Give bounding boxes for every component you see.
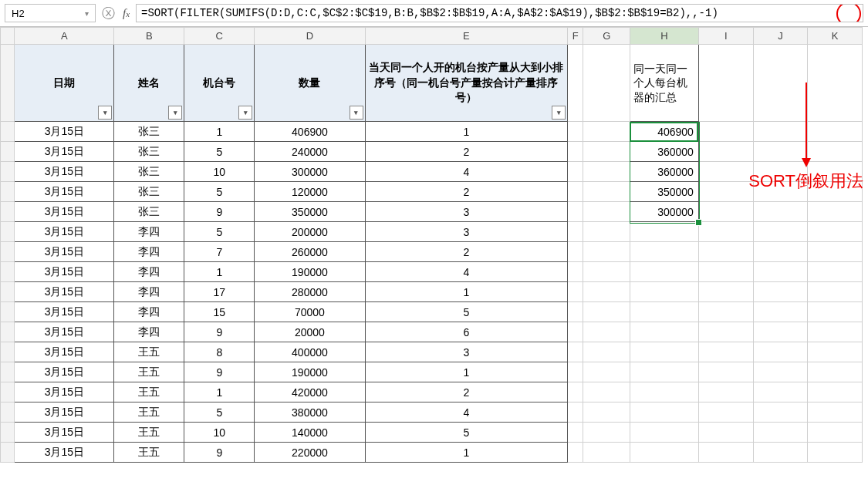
cell[interactable]: [568, 302, 583, 322]
cell-H12[interactable]: [630, 322, 698, 342]
cell[interactable]: 17: [184, 282, 255, 302]
cell-H4[interactable]: 360000: [630, 162, 698, 182]
cell[interactable]: 406900: [255, 122, 365, 142]
cell[interactable]: [808, 382, 863, 402]
cell[interactable]: [698, 382, 753, 402]
cell[interactable]: [583, 402, 630, 423]
filter-button[interactable]: ▾: [552, 106, 566, 120]
cell[interactable]: [583, 162, 630, 182]
cell[interactable]: 王五: [114, 423, 184, 443]
row-header[interactable]: [1, 162, 15, 182]
hdr-machine[interactable]: 机台号▾: [184, 45, 255, 122]
cell[interactable]: [753, 382, 808, 402]
cell[interactable]: [753, 302, 808, 322]
cell-H9[interactable]: [630, 262, 698, 282]
cell-H6[interactable]: 300000: [630, 202, 698, 222]
cell[interactable]: [698, 242, 753, 262]
cell[interactable]: 4: [365, 402, 568, 423]
cell[interactable]: [753, 202, 808, 222]
cell[interactable]: [753, 162, 808, 182]
cell[interactable]: [698, 443, 753, 463]
cancel-icon[interactable]: ⓧ: [102, 5, 115, 22]
cell[interactable]: 李四: [114, 302, 184, 322]
cell[interactable]: 5: [365, 302, 568, 322]
cell-H16[interactable]: [630, 402, 698, 423]
cell-H7[interactable]: [630, 222, 698, 242]
select-all-corner[interactable]: [1, 28, 15, 45]
cell[interactable]: [753, 342, 808, 362]
cell[interactable]: [583, 122, 630, 142]
row-header[interactable]: [1, 122, 15, 142]
row-header[interactable]: [1, 402, 15, 423]
cell[interactable]: [568, 262, 583, 282]
cell[interactable]: 4: [365, 262, 568, 282]
cell[interactable]: [698, 302, 753, 322]
hdr-name[interactable]: 姓名▾: [114, 45, 184, 122]
cell[interactable]: 李四: [114, 322, 184, 342]
cell[interactable]: 120000: [255, 182, 365, 202]
row-header[interactable]: [1, 242, 15, 262]
row-header[interactable]: [1, 202, 15, 222]
cell[interactable]: [808, 142, 863, 162]
cell[interactable]: 70000: [255, 302, 365, 322]
cell[interactable]: [568, 402, 583, 423]
cell[interactable]: [583, 182, 630, 202]
cell[interactable]: [753, 142, 808, 162]
cell[interactable]: [753, 222, 808, 242]
cell[interactable]: [753, 282, 808, 302]
cell-H17[interactable]: [630, 423, 698, 443]
cell[interactable]: 7: [184, 242, 255, 262]
hdr-summary[interactable]: 同一天同一个人每台机器的汇总: [630, 45, 698, 122]
fx-icon[interactable]: fx: [123, 7, 130, 20]
cell[interactable]: 280000: [255, 282, 365, 302]
cell[interactable]: 5: [184, 182, 255, 202]
cell[interactable]: 2: [365, 182, 568, 202]
cell-K1[interactable]: [808, 45, 863, 122]
cell[interactable]: [808, 282, 863, 302]
cell[interactable]: 3月15日: [15, 282, 114, 302]
cell[interactable]: 3月15日: [15, 362, 114, 382]
cell[interactable]: [698, 322, 753, 342]
cell-H5[interactable]: 350000: [630, 182, 698, 202]
cell[interactable]: [583, 423, 630, 443]
cell[interactable]: 15: [184, 302, 255, 322]
name-box[interactable]: H2 ▾: [5, 4, 96, 22]
cell[interactable]: 3月15日: [15, 142, 114, 162]
cell[interactable]: [583, 202, 630, 222]
col-header-K[interactable]: K: [808, 28, 863, 45]
cell[interactable]: 王五: [114, 362, 184, 382]
cell[interactable]: 5: [184, 142, 255, 162]
cell[interactable]: 3: [365, 342, 568, 362]
cell[interactable]: [753, 362, 808, 382]
cell[interactable]: 5: [184, 222, 255, 242]
cell-H18[interactable]: [630, 443, 698, 463]
cell[interactable]: 3: [365, 222, 568, 242]
hdr-rank[interactable]: 当天同一个人开的机台按产量从大到小排序号（同一机台号产量按合计产量排序号）▾: [365, 45, 568, 122]
filter-button[interactable]: ▾: [238, 106, 252, 120]
cell[interactable]: [698, 122, 753, 142]
cell[interactable]: [583, 362, 630, 382]
filter-button[interactable]: ▾: [168, 106, 182, 120]
cell[interactable]: [568, 242, 583, 262]
cell[interactable]: [583, 262, 630, 282]
cell[interactable]: [568, 182, 583, 202]
cell[interactable]: [698, 222, 753, 242]
cell[interactable]: 350000: [255, 202, 365, 222]
cell[interactable]: [568, 362, 583, 382]
cell[interactable]: [583, 282, 630, 302]
row-header[interactable]: [1, 443, 15, 463]
cell-H3[interactable]: 360000: [630, 142, 698, 162]
cell[interactable]: 10: [184, 423, 255, 443]
col-header-G[interactable]: G: [583, 28, 630, 45]
cell[interactable]: 3月15日: [15, 443, 114, 463]
hdr-qty[interactable]: 数量▾: [255, 45, 365, 122]
cell[interactable]: 张三: [114, 162, 184, 182]
col-header-A[interactable]: A: [15, 28, 114, 45]
cell-H11[interactable]: [630, 302, 698, 322]
cell[interactable]: 3月15日: [15, 182, 114, 202]
spreadsheet-grid[interactable]: A B C D E F G H I J K 日期▾ 姓名▾ 机台号▾ 数量▾ 当…: [0, 27, 868, 463]
cell[interactable]: [568, 443, 583, 463]
cell[interactable]: [568, 282, 583, 302]
cell[interactable]: 李四: [114, 222, 184, 242]
cell[interactable]: [698, 423, 753, 443]
